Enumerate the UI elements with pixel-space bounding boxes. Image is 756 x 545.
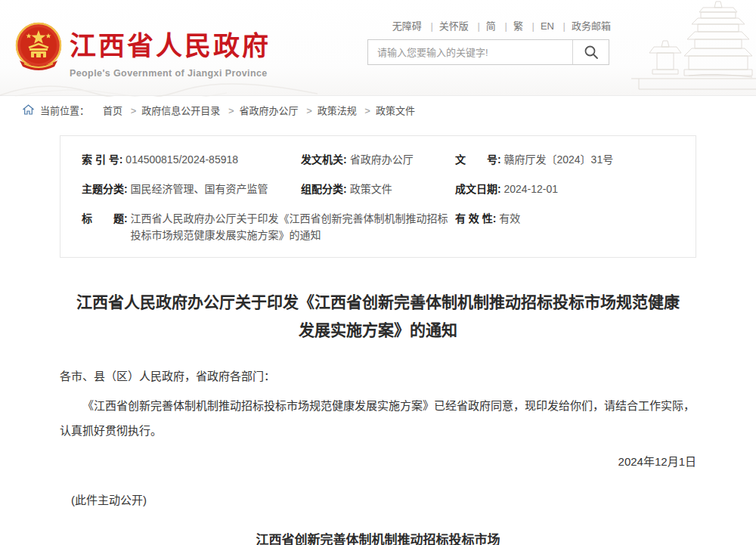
utility-nav: 无障碍 关怀版 简 繁 EN 政务邮箱 bbox=[392, 18, 611, 33]
meta-issuing-agency: 发文机关: 省政府办公厅 bbox=[301, 151, 455, 168]
document-date: 2024年12月1日 bbox=[60, 449, 696, 474]
breadcrumb-label: 当前位置： bbox=[40, 103, 89, 117]
meta-document-number: 文 号: 赣府厅发〔2024〕31号 bbox=[455, 151, 674, 168]
site-brand: 江西省人民政府 People's Government of Jiangxi P… bbox=[70, 24, 271, 79]
salutation: 各市、县（区）人民政府，省政府各部门： bbox=[60, 364, 696, 389]
meta-index-number: 索 引 号: 014500815/2024-85918 bbox=[82, 151, 301, 168]
pavilion-sketch-icon bbox=[631, 0, 756, 96]
disclosure-note: (此件主动公开) bbox=[60, 488, 696, 512]
national-emblem-icon bbox=[14, 21, 64, 76]
link-care-version[interactable]: 关怀版 bbox=[424, 20, 468, 32]
breadcrumb-policies[interactable]: 政策法规 bbox=[301, 105, 357, 116]
meta-validity: 有 效 性: 有效 bbox=[455, 210, 674, 243]
document-page: 索 引 号: 014500815/2024-85918 发文机关: 省政府办公厅… bbox=[60, 135, 696, 545]
search-input[interactable] bbox=[368, 40, 572, 64]
site-subtitle: People's Government of Jiangxi Province bbox=[70, 68, 271, 79]
search-icon bbox=[584, 45, 599, 60]
page-title: 江西省人民政府办公厅关于印发《江西省创新完善体制机制推动招标投标市场规范健康发展… bbox=[73, 288, 683, 344]
link-gov-mail[interactable]: 政务邮箱 bbox=[557, 20, 611, 32]
site-title: 江西省人民政府 bbox=[70, 24, 271, 63]
meta-issue-date: 成文日期: 2024-12-01 bbox=[455, 181, 674, 197]
link-accessibility[interactable]: 无障碍 bbox=[392, 20, 422, 32]
link-simplified[interactable]: 简 bbox=[471, 20, 495, 32]
meta-topic-category: 主题分类: 国民经济管理、国有资产监管 bbox=[82, 181, 301, 197]
paragraph-forward: 《江西省创新完善体制机制推动招标投标市场规范健康发展实施方案》已经省政府同意，现… bbox=[60, 393, 696, 443]
link-traditional[interactable]: 繁 bbox=[498, 20, 522, 32]
search-box bbox=[367, 39, 609, 65]
attachment-title-line1: 江西省创新完善体制机制推动招标投标市场 bbox=[60, 531, 696, 545]
breadcrumb-home[interactable]: 首页 bbox=[103, 105, 122, 116]
meta-group-category: 组配分类: 政策文件 bbox=[301, 181, 455, 197]
meta-title: 标 题: 江西省人民政府办公厅关于印发《江西省创新完善体制机制推动招标投标市场规… bbox=[82, 210, 455, 243]
site-header: 江西省人民政府 People's Government of Jiangxi P… bbox=[0, 0, 756, 96]
link-english[interactable]: EN bbox=[526, 20, 554, 32]
breadcrumb-info-directory[interactable]: 政府信息公开目录 bbox=[125, 105, 221, 116]
document-body: 各市、县（区）人民政府，省政府各部门： 《江西省创新完善体制机制推动招标投标市场… bbox=[60, 364, 696, 545]
search-button[interactable] bbox=[572, 40, 609, 64]
document-meta-table: 索 引 号: 014500815/2024-85918 发文机关: 省政府办公厅… bbox=[60, 135, 696, 258]
breadcrumb: 当前位置： 首页 政府信息公开目录 省政府办公厅 政策法规 政策文件 bbox=[0, 96, 756, 123]
breadcrumb-general-office[interactable]: 省政府办公厅 bbox=[223, 105, 299, 116]
home-icon[interactable] bbox=[23, 104, 34, 115]
breadcrumb-policy-documents[interactable]: 政策文件 bbox=[359, 105, 415, 116]
